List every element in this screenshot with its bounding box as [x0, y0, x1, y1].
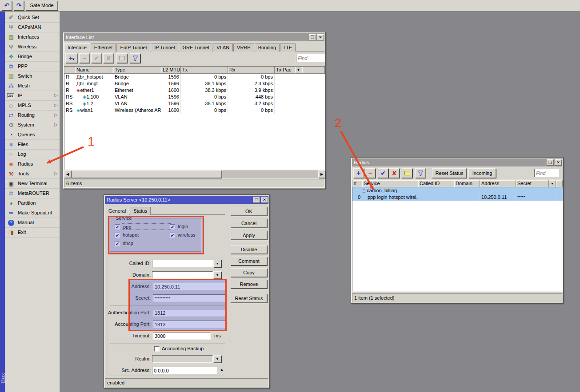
tab-ip-tunnel[interactable]: IP Tunnel	[151, 44, 178, 51]
maximize-icon[interactable]: ❒	[253, 197, 260, 203]
find-input[interactable]	[296, 54, 324, 62]
sidebar-item-switch[interactable]: ▥Switch	[5, 71, 60, 81]
tab-bonding[interactable]: Bonding	[255, 44, 280, 51]
sidebar-item-radius[interactable]: ☻Radius	[5, 159, 60, 169]
sidebar-item-capsman[interactable]: ΨCAPsMAN	[5, 23, 60, 32]
filter-button[interactable]	[130, 53, 140, 63]
radius-titlebar[interactable]: Radius ❒✕	[352, 158, 562, 166]
remove-button[interactable]: −	[365, 168, 376, 178]
login-checkbox[interactable]: ✔	[170, 224, 175, 230]
tab-status[interactable]: Status	[130, 207, 151, 215]
tab-gre-tunnel[interactable]: GRE Tunnel	[179, 44, 212, 51]
sidebar-item-ppp[interactable]: ⧉PPP	[5, 62, 60, 71]
find-box[interactable]	[534, 169, 559, 177]
scroll-left-icon[interactable]: ◀	[64, 170, 71, 178]
src-address-input[interactable]	[152, 367, 217, 374]
column-flags[interactable]	[64, 67, 75, 74]
sidebar-item-wireless[interactable]: ΨWireless	[5, 42, 60, 52]
radius-row-selected[interactable]: 0 ppp login hotspot wirel... 10.250.0.11…	[352, 194, 563, 201]
hotspot-checkbox[interactable]: ✔	[115, 233, 120, 238]
column-menu-button[interactable]: ▼	[295, 67, 302, 74]
ppp-checkbox[interactable]: ✔	[115, 224, 120, 230]
interface-list-titlebar[interactable]: Interface List ❒✕	[64, 33, 324, 41]
column-domain[interactable]: Domain	[454, 180, 480, 187]
domain-dropdown[interactable]: ▼	[213, 271, 221, 279]
sidebar-item-files[interactable]: ■Files	[5, 140, 60, 150]
accounting-backup-checkbox[interactable]	[154, 346, 160, 352]
wireless-checkbox[interactable]: ✔	[170, 233, 175, 238]
comment-button[interactable]	[402, 168, 412, 178]
column-called-id[interactable]: Called ID	[418, 180, 454, 187]
reset-status-button[interactable]: Reset Status	[432, 168, 467, 178]
filter-button[interactable]	[415, 168, 426, 178]
table-row[interactable]: R ◈ether1 Ethernet 1600 38.3 kbps 3.9 kb…	[64, 87, 325, 94]
sidebar-item-bridge[interactable]: ❖Bridge	[5, 52, 60, 62]
called-id-dropdown[interactable]: ▼	[213, 260, 221, 267]
auth-port-input[interactable]	[153, 309, 225, 317]
remove-button[interactable]: −	[79, 53, 90, 63]
timeout-input[interactable]	[153, 332, 211, 340]
column-name[interactable]: Name △	[75, 67, 113, 74]
tab-eoip-tunnel[interactable]: EoIP Tunnel	[116, 44, 150, 51]
find-box[interactable]	[296, 54, 325, 62]
sidebar-item-system[interactable]: ⚙System▷	[5, 120, 60, 130]
close-icon[interactable]: ✕	[261, 197, 268, 203]
scrollbar-thumb[interactable]	[72, 170, 222, 178]
column-number[interactable]: #	[352, 180, 362, 187]
column-txpac[interactable]: Tx Pac	[275, 67, 295, 74]
comment-button[interactable]	[116, 53, 127, 63]
sidebar-item-ip[interactable]: 255IP▷	[5, 91, 60, 101]
disable-button[interactable]: Disable	[231, 245, 267, 254]
sidebar-item-interfaces[interactable]: ▦Interfaces	[5, 32, 60, 42]
secret-input[interactable]	[153, 294, 225, 302]
safe-mode-button[interactable]: Safe Mode	[26, 1, 58, 10]
undo-button[interactable]: ↶	[2, 1, 12, 10]
column-menu-button[interactable]: ▼	[549, 180, 556, 187]
close-icon[interactable]: ✕	[555, 159, 562, 166]
sidebar-item-quick-set[interactable]: ✐Quick Set	[5, 13, 60, 23]
table-row[interactable]: R Дbr_mngt Bridge 1596 38.1 kbps 2.3 kbp…	[64, 80, 325, 87]
sidebar-item-log[interactable]: ≣Log	[5, 150, 60, 159]
domain-input[interactable]	[152, 271, 213, 279]
cancel-button[interactable]: Cancel	[231, 219, 267, 228]
column-tx[interactable]: Tx	[181, 67, 228, 74]
tab-general[interactable]: General	[105, 207, 129, 216]
incoming-button[interactable]: Incoming	[468, 168, 496, 178]
sidebar-item-tools[interactable]: ⚒Tools▷	[5, 169, 60, 179]
sidebar-item-make-supout[interactable]: ➥Make Supout.rif	[5, 208, 60, 218]
sidebar-item-partition[interactable]: ◕Partition	[5, 198, 60, 208]
table-row[interactable]: RS ◈1.100 VLAN 1596 0 bps 448 bps	[64, 94, 325, 100]
disable-button[interactable]: ✘	[103, 53, 114, 63]
maximize-icon[interactable]: ❒	[309, 34, 316, 40]
disable-button[interactable]: ✘	[389, 168, 400, 178]
tab-lte[interactable]: LTE	[280, 44, 296, 51]
realm-dropdown[interactable]: ▼	[213, 355, 221, 363]
column-service[interactable]: Service	[362, 180, 418, 187]
table-row[interactable]: R Дbr_hotspot Bridge 1596 0 bps 0 bps	[64, 74, 325, 80]
tab-vlan[interactable]: VLAN	[213, 44, 233, 51]
ok-button[interactable]: OK	[231, 207, 267, 216]
enable-button[interactable]: ✔	[378, 168, 388, 178]
add-button[interactable]: +	[353, 168, 364, 178]
sidebar-item-mpls[interactable]: ◇MPLS▷	[5, 101, 60, 111]
sidebar-item-queues[interactable]: ◔Queues	[5, 130, 60, 140]
sidebar-item-routing[interactable]: ⇄Routing▷	[5, 111, 60, 120]
dhcp-checkbox[interactable]: ✔	[115, 241, 120, 246]
sidebar-item-exit[interactable]: ◨Exit	[5, 228, 60, 238]
scroll-right-icon[interactable]: ▶	[318, 170, 325, 178]
radius-server-titlebar[interactable]: Radius Server <10.250.0.11> ❒✕	[105, 196, 268, 204]
enable-button[interactable]: ✔	[91, 53, 102, 63]
horizontal-scrollbar[interactable]: ◀ ▶	[64, 170, 325, 178]
tab-ethernet[interactable]: Ethernet	[91, 44, 116, 51]
column-secret[interactable]: Secret	[516, 180, 549, 187]
sidebar-item-mesh[interactable]: ⁂Mesh	[5, 81, 60, 91]
comment-button[interactable]: Comment	[231, 257, 267, 265]
comment-row[interactable]: ;;; carbon_billing	[352, 187, 563, 194]
tab-interface[interactable]: Interface	[64, 44, 90, 53]
called-id-input[interactable]	[152, 260, 213, 267]
acct-port-input[interactable]	[153, 321, 225, 328]
tab-vrrp[interactable]: VRRP	[233, 44, 254, 51]
add-button[interactable]: +▾	[65, 53, 78, 63]
column-l2mtu[interactable]: L2 MTU	[161, 67, 181, 74]
realm-input[interactable]	[152, 355, 213, 363]
